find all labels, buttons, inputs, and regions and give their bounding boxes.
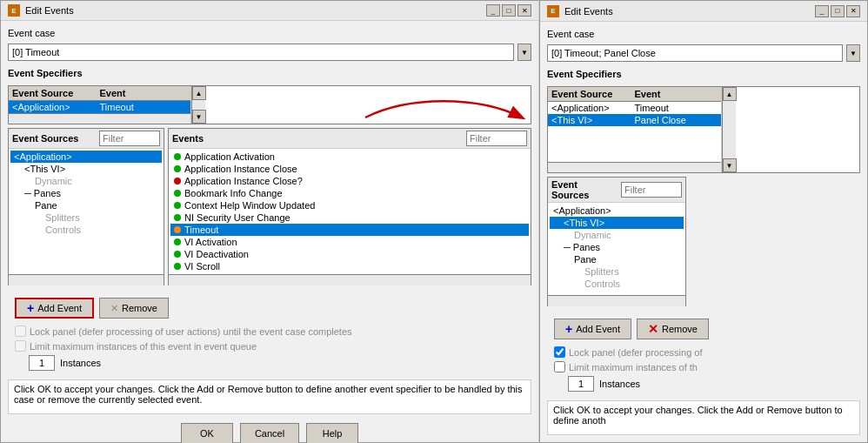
r-list-scrollbar[interactable]: ▲ ▼ [722, 87, 736, 172]
r-specifiers-inner: Event Source Event <Application> Timeout… [548, 87, 859, 172]
events-header: Events [169, 129, 531, 149]
minimize-button[interactable]: _ [486, 4, 500, 17]
r-event-case-input[interactable] [547, 44, 843, 62]
list-h-scrollbar[interactable] [9, 113, 190, 124]
event-header: Event [100, 88, 188, 98]
tree-item-application[interactable]: <Application> [10, 151, 162, 163]
r-event-list-panel: Event Source Event <Application> Timeout… [548, 87, 722, 172]
sources-header: Event Sources [9, 129, 164, 149]
event-dot [174, 190, 181, 197]
limit-instances-checkbox[interactable] [15, 340, 26, 352]
event-list-panel: Event Source Event <Application> Timeout [9, 86, 191, 124]
instances-label: Instances [60, 358, 101, 368]
ok-button[interactable]: OK [181, 423, 233, 443]
hint-text: Click OK to accept your changes. Click t… [8, 379, 531, 414]
r-list-h-scroll-track [548, 163, 721, 173]
r-scroll-up-btn[interactable]: ▲ [723, 87, 737, 101]
event-name: Context Help Window Updated [184, 200, 315, 211]
event-item-vi-scroll[interactable]: VI Scroll [170, 260, 529, 272]
event-item-ni-security[interactable]: NI Security User Change [170, 211, 529, 224]
sources-title: Event Sources [12, 133, 96, 144]
r-event-case-dropdown[interactable]: ▼ [846, 44, 860, 62]
r-event-cell-2: Panel Close [635, 115, 718, 125]
event-name: VI Scroll [184, 261, 220, 272]
event-name: Timeout [184, 225, 218, 235]
r-limit-instances-checkbox[interactable] [554, 361, 565, 373]
tree-item-panes[interactable]: ─ Panes [10, 187, 162, 199]
events-h-scroll-track [169, 275, 531, 285]
r-sources-tree: <Application> <This VI> Dynamic ─ Panes … [548, 203, 685, 295]
cancel-button[interactable]: Cancel [240, 423, 299, 443]
r-instances-label: Instances [599, 379, 640, 389]
events-panel: Events Application Activation Applicatio… [168, 128, 531, 285]
list-body: <Application> Timeout [9, 101, 190, 113]
close-button[interactable]: ✕ [517, 4, 531, 17]
scroll-up-btn[interactable]: ▲ [192, 86, 206, 100]
maximize-button[interactable]: □ [502, 4, 516, 17]
r-tree-item-panes[interactable]: ─ Panes [550, 241, 684, 253]
event-dot [174, 178, 181, 185]
events-filter[interactable] [466, 131, 527, 146]
r-table-row-1[interactable]: <Application> Timeout [548, 102, 721, 114]
events-h-scrollbar[interactable] [169, 274, 531, 285]
instances-input[interactable] [29, 355, 55, 371]
add-event-button[interactable]: + Add Event [15, 298, 94, 319]
tree-item-splitters[interactable]: Splitters [10, 211, 162, 224]
r-add-event-button[interactable]: + Add Event [554, 319, 631, 339]
r-scroll-down-btn[interactable]: ▼ [723, 158, 737, 172]
r-sources-filter[interactable] [621, 182, 682, 198]
r-table-row-2[interactable]: <This VI> Panel Close [548, 114, 721, 126]
event-dot [174, 263, 181, 270]
r-sources-header: Event Sources [548, 178, 685, 203]
r-tree-item-controls[interactable]: Controls [550, 278, 684, 290]
r-tree-item-thisvi[interactable]: <This VI> [550, 217, 684, 229]
remove-button[interactable]: ✕ Remove [99, 298, 169, 319]
help-button[interactable]: Help [306, 423, 358, 443]
r-event-case-row: ▼ [547, 44, 860, 62]
r-lock-panel-checkbox[interactable] [554, 346, 565, 358]
event-item-context-help[interactable]: Context Help Window Updated [170, 199, 529, 211]
event-case-input[interactable] [8, 44, 514, 61]
r-maximize-button[interactable]: □ [831, 5, 845, 17]
left-dialog-content: Event case ▼ Event Specifiers Event Sour… [1, 21, 538, 443]
r-tree-item-application[interactable]: <Application> [550, 205, 684, 217]
r-tree-item-dynamic[interactable]: Dynamic [550, 229, 684, 241]
tree-item-pane[interactable]: Pane [10, 199, 162, 211]
left-dialog-title: Edit Events [25, 5, 481, 16]
event-item-app-activation[interactable]: Application Activation [170, 151, 529, 163]
instances-row: Instances [15, 355, 524, 371]
tree-item-controls[interactable]: Controls [10, 224, 162, 236]
event-name: NI Security User Change [184, 212, 290, 223]
tree-item-dynamic[interactable]: Dynamic [10, 175, 162, 187]
r-tree-item-splitters[interactable]: Splitters [550, 265, 684, 278]
event-item-vi-deactivation[interactable]: VI Deactivation [170, 248, 529, 260]
tree-item-thisvi[interactable]: <This VI> [10, 163, 162, 175]
right-title-bar: E Edit Events _ □ ✕ [540, 1, 867, 22]
event-dot [174, 165, 181, 172]
r-list-h-scrollbar[interactable] [548, 162, 721, 172]
event-item-app-instance-close-q[interactable]: Application Instance Close? [170, 175, 529, 187]
event-item-timeout[interactable]: Timeout [170, 224, 529, 236]
r-remove-button[interactable]: ✕ Remove [637, 319, 709, 339]
event-item-bookmark[interactable]: Bookmark Info Change [170, 187, 529, 199]
r-sources-h-scrollbar[interactable] [548, 295, 685, 305]
r-source-cell-1: <Application> [551, 103, 635, 113]
sources-filter[interactable] [99, 131, 160, 146]
event-name: Application Instance Close? [184, 176, 303, 186]
r-minimize-button[interactable]: _ [815, 5, 829, 17]
table-row[interactable]: <Application> Timeout [9, 101, 190, 113]
event-case-dropdown[interactable]: ▼ [517, 44, 531, 61]
lock-panel-checkbox[interactable] [15, 326, 26, 337]
sources-h-scrollbar[interactable] [9, 274, 164, 285]
r-tree-item-pane[interactable]: Pane [550, 253, 684, 265]
r-remove-label: Remove [662, 324, 698, 334]
r-close-button[interactable]: ✕ [846, 5, 860, 17]
event-item-vi-activation[interactable]: VI Activation [170, 236, 529, 248]
event-item-app-instance-close[interactable]: Application Instance Close [170, 163, 529, 175]
r-event-case-label: Event case [547, 29, 860, 39]
scroll-down-btn[interactable]: ▼ [192, 110, 206, 124]
event-dot [174, 251, 181, 258]
list-scrollbar[interactable]: ▲ ▼ [191, 86, 205, 124]
r-instances-input[interactable] [568, 376, 594, 392]
sources-h-scroll-track [9, 275, 164, 285]
